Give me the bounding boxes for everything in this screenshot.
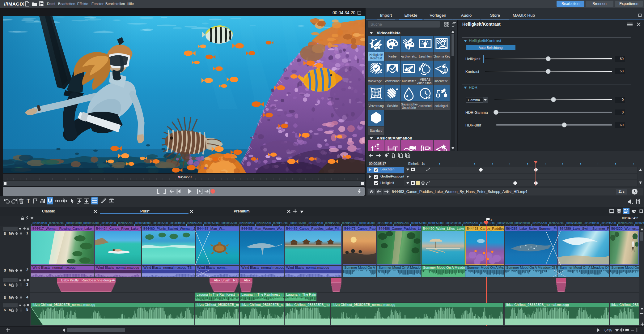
svg-text:1: 1	[490, 218, 492, 221]
